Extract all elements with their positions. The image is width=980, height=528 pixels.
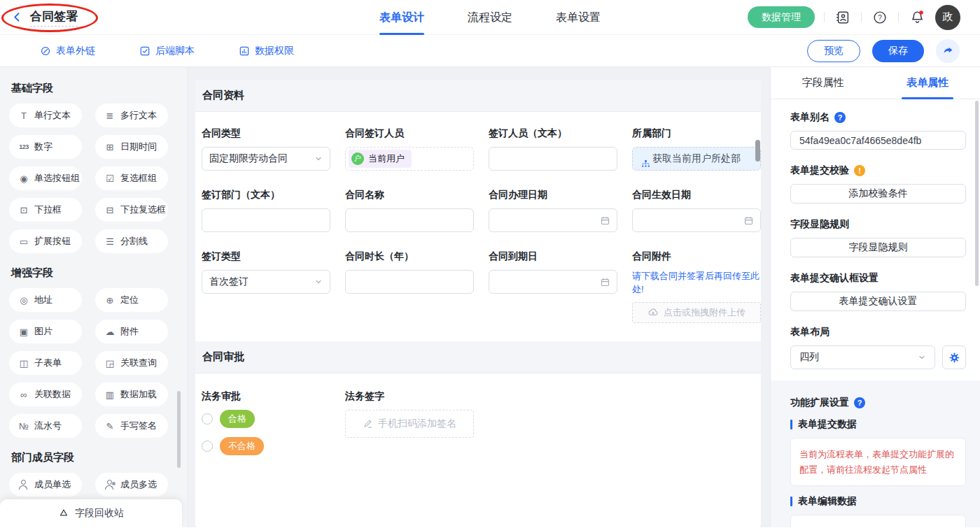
duration-years-input[interactable]: [345, 270, 474, 294]
field-recycle-bin[interactable]: 字段回收站: [0, 499, 182, 527]
field-duration-years[interactable]: 合同时长（年）: [345, 250, 474, 294]
contract-type-select[interactable]: 固定期限劳动合同: [202, 147, 330, 171]
radio-button[interactable]: [202, 413, 213, 424]
contract-signer-picker[interactable]: 户 当前用户: [345, 147, 474, 171]
toolbar-link-3[interactable]: 数据权限: [239, 45, 294, 57]
field-legal-review[interactable]: 法务审批 合格不合格: [202, 390, 330, 464]
user-tag[interactable]: 户 当前用户: [349, 150, 412, 168]
attachment-hint-link[interactable]: 请下载合同并签署后再回传至此处!: [632, 270, 761, 297]
topbar-tab-1[interactable]: 表单设计: [379, 0, 424, 35]
field-pill-radio-group[interactable]: ◉单选按钮组: [9, 166, 82, 190]
submit-confirm-button[interactable]: 表单提交确认设置: [790, 292, 966, 311]
field-pill-dropdown[interactable]: ⊡下拉框: [9, 198, 82, 222]
field-pill-location[interactable]: ⊕定位: [95, 288, 168, 312]
field-pill-label: 数字: [34, 141, 52, 153]
field-pill-data-load[interactable]: ▥数据加载: [95, 383, 168, 406]
field-sign-dept-text[interactable]: 签订部门（文本）: [202, 189, 330, 232]
avatar[interactable]: 政: [935, 5, 960, 30]
field-pill-datetime[interactable]: ⊞日期时间: [95, 135, 168, 159]
signature-scan-button[interactable]: 手机扫码添加签名: [345, 410, 474, 438]
panel-scrollbar[interactable]: [975, 101, 979, 286]
field-pill-divider-line[interactable]: ☰分割线: [95, 229, 168, 253]
backend-script-icon: [139, 45, 150, 57]
toolbar-link-1[interactable]: 表单外链: [40, 45, 95, 57]
expire-date-input[interactable]: [489, 270, 617, 294]
data-manage-button[interactable]: 数据管理: [748, 6, 815, 28]
handle-date-input[interactable]: [489, 208, 617, 232]
field-pill-label: 定位: [120, 294, 139, 306]
field-label: 合同附件: [632, 250, 761, 263]
radio-button[interactable]: [202, 441, 213, 452]
form-alias-label: 表单别名: [790, 111, 966, 124]
field-pill-single-line-text[interactable]: T单行文本: [9, 104, 82, 127]
help-icon[interactable]: ?: [871, 8, 889, 27]
sign-dept-text-input[interactable]: [202, 208, 330, 232]
field-pill-extend-button[interactable]: ▭扩展按钮: [9, 229, 82, 253]
add-validation-button[interactable]: 添加校验条件: [790, 184, 966, 204]
field-pill-address[interactable]: ◎地址: [9, 288, 82, 312]
save-button[interactable]: 保存: [872, 40, 924, 62]
field-effective-date[interactable]: 合同生效日期: [632, 189, 761, 232]
user-tag-icon: 户: [351, 152, 364, 165]
form-canvas: 合同资料 合同类型 固定期限劳动合同 合同签订人员: [188, 67, 770, 527]
field-pill-checkbox-group[interactable]: ☑复选框组: [95, 166, 168, 190]
panel-tab-1[interactable]: 字段属性: [771, 67, 876, 99]
signer-text-input[interactable]: [489, 147, 617, 171]
field-legal-signature[interactable]: 法务签字 手机扫码添加签名: [345, 390, 474, 438]
question-badge-icon[interactable]: [834, 112, 846, 123]
field-contract-type[interactable]: 合同类型 固定期限劳动合同: [202, 127, 330, 171]
topbar-tab-2[interactable]: 流程设定: [468, 0, 512, 35]
field-pill-dropdown-multi[interactable]: ⊟下拉复选框: [95, 198, 168, 222]
label-text: 功能扩展设置: [790, 397, 849, 409]
field-pill-member-single[interactable]: 成员单选: [9, 473, 82, 497]
field-expire-date[interactable]: 合同到期日: [489, 250, 617, 294]
form-layout-select[interactable]: 四列: [790, 345, 935, 369]
field-signer-text[interactable]: 签订人员（文本）: [489, 127, 617, 171]
exclamation-badge-icon[interactable]: [854, 165, 865, 176]
field-pill-multi-line-text[interactable]: ≣多行文本: [95, 104, 168, 127]
department-picker[interactable]: 获取当前用户所处部: [632, 147, 761, 171]
field-pill-signature[interactable]: ✎手写签名: [95, 414, 168, 438]
panel-tab-2[interactable]: 表单属性: [876, 67, 980, 99]
address-book-icon[interactable]: [834, 8, 852, 27]
share-button[interactable]: [936, 39, 960, 63]
attachment-upload-button[interactable]: 点击或拖拽附件上传: [632, 302, 761, 323]
divider: [898, 12, 899, 22]
field-contract-name[interactable]: 合同名称: [345, 189, 474, 232]
field-pill-image[interactable]: ▣图片: [9, 320, 82, 343]
option-pill-label: 不合格: [220, 437, 264, 455]
sidebar-scrollbar[interactable]: [177, 391, 181, 468]
field-pill-relation-data[interactable]: ∞关联数据: [9, 383, 82, 406]
preview-button[interactable]: 预览: [807, 40, 860, 62]
field-contract-attachment[interactable]: 合同附件 请下载合同并签署后再回传至此处! 点击或拖拽附件上传: [632, 250, 761, 323]
field-contract-signer[interactable]: 合同签订人员 户 当前用户: [345, 127, 474, 171]
field-sign-type[interactable]: 签订类型 首次签订: [202, 250, 330, 294]
field-department[interactable]: 所属部门 获取当前用户所处部: [632, 127, 761, 171]
field-pill-member-multi[interactable]: 成员多选: [95, 473, 168, 497]
sign-type-select[interactable]: 首次签订: [202, 270, 330, 294]
form-alias-input[interactable]: [790, 131, 966, 150]
topbar-tab-3[interactable]: 表单设置: [556, 0, 601, 35]
visibility-rules-button[interactable]: 字段显隐规则: [790, 238, 966, 257]
selected-value: 固定期限劳动合同: [209, 152, 288, 165]
field-pill-subform[interactable]: ◫子表单: [9, 351, 82, 375]
bell-icon[interactable]: [908, 8, 926, 27]
field-handle-date[interactable]: 合同办理日期: [489, 189, 617, 232]
field-pill-number[interactable]: 123数字: [9, 135, 82, 159]
effective-date-input[interactable]: [632, 208, 761, 232]
share-icon: [942, 45, 954, 57]
question-badge-icon[interactable]: [854, 397, 865, 408]
field-pill-relation-query[interactable]: ◲关联查询: [95, 351, 168, 375]
layout-settings-button[interactable]: [942, 345, 966, 369]
toolbar-link-label: 后端脚本: [155, 45, 195, 57]
canvas-scrollbar[interactable]: [755, 140, 760, 162]
pen-icon: [363, 418, 373, 429]
contract-name-input[interactable]: [345, 208, 474, 232]
toolbar-right: 预览 保存: [807, 39, 960, 63]
toolbar-link-2[interactable]: 后端脚本: [139, 45, 195, 57]
back-button[interactable]: 合同签署: [11, 8, 78, 27]
legal-review-option-1: 合格: [202, 410, 330, 428]
field-label: 法务审批: [202, 390, 330, 403]
field-pill-attachment[interactable]: ☁附件: [95, 320, 168, 343]
field-pill-serial-number[interactable]: №流水号: [9, 414, 82, 438]
